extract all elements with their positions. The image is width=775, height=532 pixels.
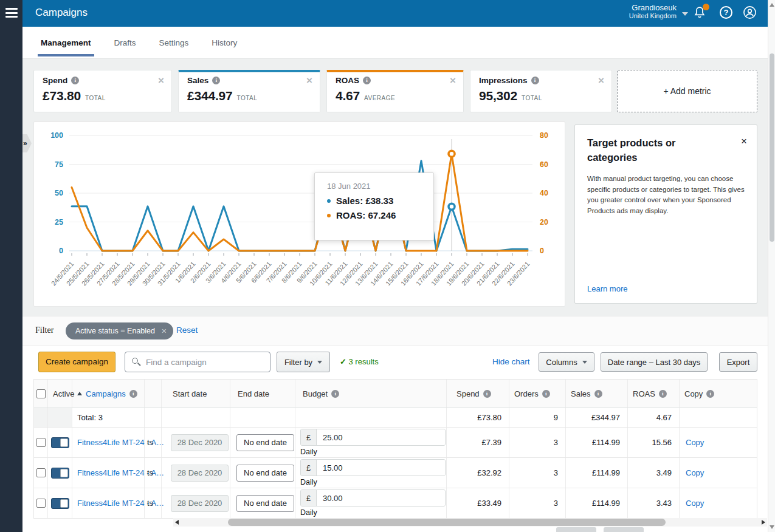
tab-history[interactable]: History [212,27,237,58]
close-icon[interactable] [598,75,604,86]
filter-by-dropdown[interactable]: Filter by [277,352,330,372]
user-account-button[interactable] [743,5,757,19]
metric-label: Sales [187,76,208,85]
scroll-right-arrow-icon[interactable] [762,520,765,525]
tooltip-sales-value: £38.33 [365,196,393,206]
copy-link[interactable]: Copy [680,499,704,508]
user-icon [743,5,757,19]
tab-drafts[interactable]: Drafts [114,27,136,58]
budget-cadence: Daily [300,448,317,456]
cell-sales: £114.99 [566,428,628,457]
metric-card-sales[interactable]: Sales £344.97TOTAL [178,70,320,112]
info-icon[interactable] [129,390,137,398]
tooltip-sales-label: Sales: [336,196,363,206]
cell-spend: £7.39 [447,428,509,457]
close-icon[interactable] [158,75,164,86]
info-icon[interactable] [483,390,491,398]
info-icon[interactable] [363,77,371,84]
svg-text:40: 40 [540,189,548,197]
row-checkbox[interactable] [36,468,46,477]
info-icon[interactable] [542,390,550,398]
svg-text:25: 25 [55,218,63,227]
info-icon[interactable] [331,390,339,398]
chevron-down-icon [582,361,587,364]
close-icon[interactable] [450,75,456,86]
cell-orders: 3 [509,488,566,518]
info-icon[interactable] [659,390,667,398]
end-date-field[interactable]: No end date [236,434,294,451]
table-row: Fitness4Life MT-24 - A… ts 28 Dec 2020 N… [34,458,757,488]
search-icon [132,358,138,364]
header-start-date: Start date [162,380,230,408]
budget-cadence: Daily [300,478,317,486]
copy-link[interactable]: Copy [680,468,704,477]
active-toggle[interactable] [51,468,69,479]
metric-card-spend[interactable]: Spend £73.80TOTAL [33,70,172,112]
roas-dot-icon [327,214,331,217]
horizontal-scrollbar[interactable] [173,518,767,527]
end-date-field[interactable]: No end date [236,465,294,482]
info-icon[interactable] [71,77,79,84]
create-campaign-button[interactable]: Create campaign [38,352,115,372]
copy-link[interactable]: Copy [680,438,704,447]
hide-chart-link[interactable]: Hide chart [492,357,530,366]
notifications-button[interactable] [692,5,708,21]
row-checkbox[interactable] [36,499,46,508]
budget-input[interactable] [317,460,445,476]
active-toggle[interactable] [51,498,69,509]
header-copy: Copy [684,389,703,398]
account-switcher[interactable]: Grandioseuk United Kingdom [629,3,677,19]
info-icon[interactable] [531,77,539,84]
scrollbar-thumb[interactable] [228,519,666,526]
budget-input[interactable] [317,429,445,445]
scroll-up-arrow-icon[interactable] [770,3,774,7]
target-products-panel: Target products or categories With manua… [574,124,757,304]
performance-chart[interactable]: 025507510002040608024/5/202125/5/202126/… [33,121,565,307]
scroll-left-arrow-icon[interactable] [175,520,179,525]
reset-filters-link[interactable]: Reset [176,326,198,335]
add-metric-button[interactable]: + Add metric [617,70,757,112]
row-checkbox[interactable] [36,438,46,447]
learn-more-link[interactable]: Learn more [587,284,627,293]
active-toggle[interactable] [51,437,69,448]
chart-canvas[interactable]: 025507510002040608024/5/202125/5/202126/… [34,122,565,306]
partial-footer-button [604,527,644,532]
panel-body: With manual product targeting, you can c… [587,174,745,217]
help-button[interactable] [720,6,732,19]
close-icon[interactable] [306,75,312,86]
date-range-button[interactable]: Date range – Last 30 days [601,352,708,372]
hamburger-menu-icon[interactable] [5,8,18,18]
header-active: Active [48,380,72,408]
columns-dropdown[interactable]: Columns [539,352,594,372]
info-icon[interactable] [706,390,714,398]
table-toolbar: Create campaign Filter by 3 results Hide… [22,346,768,379]
select-all-checkbox[interactable] [36,389,46,398]
end-date-field[interactable]: No end date [236,495,294,512]
columns-label: Columns [546,358,577,367]
metric-card-impressions[interactable]: Impressions 95,302TOTAL [470,70,612,112]
budget-field: £ [300,459,446,476]
chip-remove-icon[interactable] [162,322,167,339]
header-campaigns[interactable]: Campaigns [86,389,126,398]
metric-card-roas[interactable]: ROAS 4.67AVERAGE [326,70,464,112]
search-input[interactable] [146,353,267,371]
scroll-down-arrow-icon[interactable] [770,525,774,529]
vertical-scrollbar[interactable] [768,0,775,532]
tab-settings[interactable]: Settings [159,27,189,58]
metric-label: Impressions [479,76,528,85]
cell-orders: 3 [509,458,566,488]
info-icon[interactable] [594,390,602,398]
tab-management[interactable]: Management [41,27,91,58]
account-caret-icon[interactable] [682,12,688,16]
sidebar-expand-chevron-icon[interactable]: » [22,134,32,152]
close-icon[interactable] [741,136,747,146]
campaign-search [125,352,270,372]
info-icon[interactable] [212,77,220,84]
scrollbar-thumb[interactable] [770,53,774,242]
export-button[interactable]: Export [719,352,757,372]
tooltip-roas-label: ROAS: [336,210,365,220]
filter-chip-active-status[interactable]: Active status = Enabled [66,322,173,339]
budget-input[interactable] [317,490,445,506]
svg-text:100: 100 [50,131,63,140]
sort-ascending-icon [77,392,82,395]
